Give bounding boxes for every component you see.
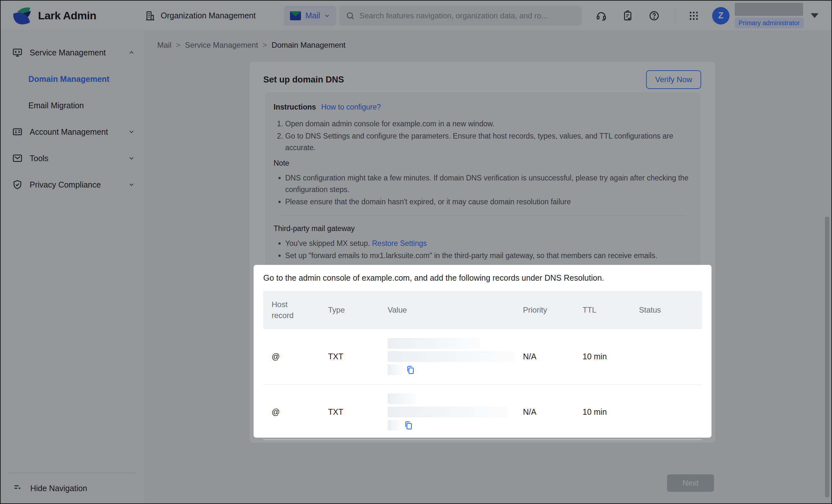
cell-priority: N/A: [523, 352, 582, 361]
cell-type: TXT: [328, 352, 388, 361]
table-row: @ TXT: [263, 329, 702, 384]
column-status: Status: [639, 304, 702, 316]
copy-icon: [406, 365, 415, 375]
column-type: Type: [328, 304, 388, 316]
redacted-value-block: [388, 420, 400, 430]
copy-value-button[interactable]: [406, 365, 415, 375]
column-value: Value: [388, 304, 523, 316]
redacted-value-block: [388, 365, 402, 375]
cell-value-redacted: [388, 387, 523, 437]
cell-host-record: @: [271, 352, 328, 361]
dns-panel-intro: Go to the admin console of example.com, …: [263, 265, 702, 283]
copy-icon: [404, 421, 413, 430]
column-ttl: TTL: [582, 304, 639, 316]
table-header-row: Host record Type Value Priority TTL Stat…: [263, 291, 702, 329]
column-host-record: Host record: [271, 299, 328, 321]
cell-ttl: 10 min: [582, 352, 639, 361]
value-actions: [388, 365, 510, 375]
dns-records-panel: Go to the admin console of example.com, …: [254, 265, 711, 437]
cell-ttl: 10 min: [582, 407, 639, 417]
lark-admin-window: Lark Admin Organization Management Mail: [0, 0, 832, 504]
cell-value-redacted: [388, 331, 523, 382]
cell-priority: N/A: [523, 407, 582, 417]
redacted-value-block: [388, 407, 508, 417]
dns-records-table: Host record Type Value Priority TTL Stat…: [263, 291, 702, 440]
cell-type: TXT: [328, 407, 388, 417]
redacted-value-block: [388, 338, 480, 349]
redacted-value-block: [388, 351, 515, 362]
copy-value-button[interactable]: [404, 421, 413, 430]
redacted-value-block: [388, 394, 415, 404]
cell-host-record: @: [271, 407, 328, 417]
table-row: @ TXT: [263, 384, 702, 440]
column-priority: Priority: [523, 304, 582, 316]
value-actions: [388, 420, 510, 430]
